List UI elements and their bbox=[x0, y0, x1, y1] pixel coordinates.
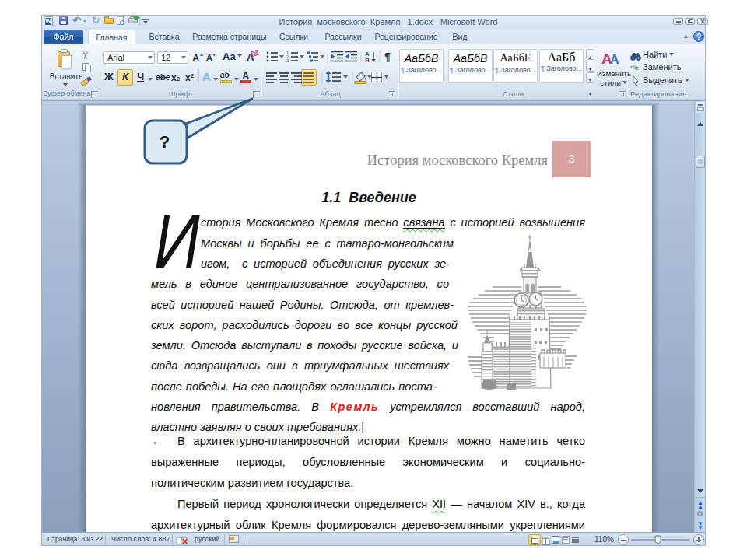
svg-text:3: 3 bbox=[286, 58, 289, 63]
svg-text:Я: Я bbox=[365, 57, 370, 64]
svg-text:?: ? bbox=[160, 132, 170, 152]
svg-text:¶: ¶ bbox=[384, 51, 391, 63]
